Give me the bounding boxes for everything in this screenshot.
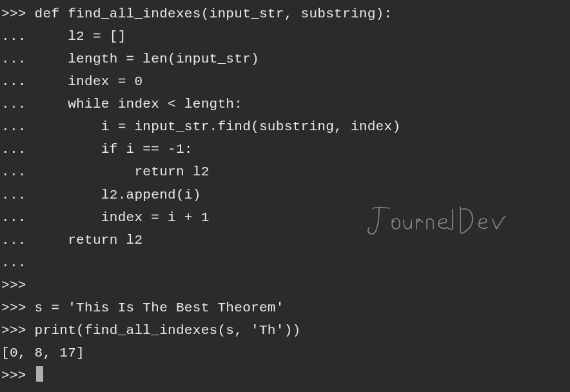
terminal-line: >>> s = 'This Is The Best Theorem' [1,297,569,319]
python-repl-terminal[interactable]: >>> def find_all_indexes(input_str, subs… [1,3,569,387]
terminal-line: ... i = input_str.find(substring, index) [1,115,569,138]
terminal-line: ... length = len(input_str) [1,48,569,70]
terminal-line: ... index = 0 [1,70,569,93]
terminal-line: ... index = i + 1 [1,206,569,229]
terminal-line: ... [1,251,569,274]
terminal-cursor [36,366,43,382]
terminal-line: >>> def find_all_indexes(input_str, subs… [1,3,569,25]
terminal-line: >>> [1,274,569,297]
terminal-line: ... return l2 [1,161,569,183]
terminal-line: ... if i == -1: [1,138,569,161]
terminal-line: >>> [1,364,569,387]
terminal-line: ... l2 = [] [1,25,569,48]
terminal-line: [0, 8, 17] [1,342,569,364]
terminal-line: ... while index < length: [1,93,569,115]
terminal-line: >>> print(find_all_indexes(s, 'Th')) [1,319,569,342]
terminal-line: ... l2.append(i) [1,184,569,206]
terminal-line: ... return l2 [1,229,569,251]
